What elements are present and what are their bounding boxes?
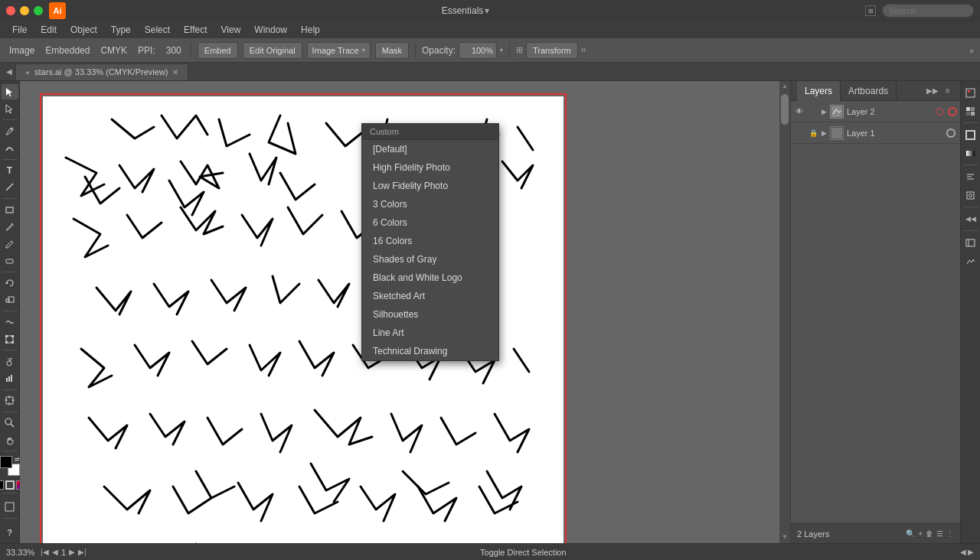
change-screen-mode[interactable] [2,500,18,515]
pen-tool[interactable] [2,123,18,138]
rotate-tool[interactable] [2,275,18,291]
align-icon[interactable] [962,168,979,185]
dropdown-item-9[interactable]: Silhouettes [362,305,498,324]
menu-select[interactable]: Select [139,23,176,37]
dropdown-item-5[interactable]: 16 Colors [362,232,498,250]
next-page-btn[interactable]: ▶ [69,548,75,556]
traffic-lights[interactable] [6,6,43,15]
image-trace-dropdown[interactable]: Image Trace ▾ [307,42,371,59]
gradient-panel-icon[interactable] [962,145,979,161]
line-tool[interactable] [2,180,18,195]
panel-more-icon[interactable]: ⋮ [946,529,954,538]
direct-selection-tool[interactable] [2,101,18,116]
panel-options-icon[interactable]: ≡ [942,85,954,97]
toolbar-right-arrow[interactable]: « [969,45,974,56]
paintbrush-tool[interactable] [2,219,18,234]
arrange-icon[interactable]: ⊞ [865,5,876,16]
panel-options-btn[interactable]: ☰ [936,529,943,538]
scroll-right-btn[interactable]: ▶ [968,548,974,556]
zoom-tool[interactable] [2,415,18,431]
dropdown-item-8[interactable]: Sketched Art [362,287,498,305]
last-page-btn[interactable]: ▶| [78,548,87,556]
layer-row-1[interactable]: ○ 🔒 ▶ Layer 1 [791,122,960,144]
tab-close-icon[interactable]: ✕ [172,68,178,77]
fill-box[interactable] [0,480,4,490]
menu-edit[interactable]: Edit [34,23,63,37]
menu-view[interactable]: View [215,23,247,37]
panel-forward-icon[interactable]: ▶▶ [926,85,939,97]
transform-icon[interactable]: ⌗ [581,45,586,55]
mask-button[interactable]: Mask [375,42,409,59]
layer-row-2[interactable]: 👁 ▶ Layer 2 [791,101,960,122]
document-tab[interactable]: ● stars.ai @ 33.33% (CMYK/Preview) ✕ [15,63,188,80]
question-btn[interactable]: ? [2,525,18,540]
hand-tool[interactable] [2,432,18,448]
swatches-icon[interactable] [962,103,979,119]
transform-panel-icon[interactable] [962,187,979,203]
color-guide-icon[interactable] [962,84,979,101]
dropdown-item-6[interactable]: Shades of Gray [362,250,498,269]
minimize-button[interactable] [20,6,29,15]
opacity-arrow[interactable]: ▾ [500,47,503,54]
delete-layer-icon[interactable]: 🗑 [926,529,933,538]
image-trace-panel-icon[interactable] [962,252,979,269]
libraries-icon[interactable] [962,234,979,251]
menu-file[interactable]: File [6,23,33,37]
menu-type[interactable]: Type [105,23,137,37]
dropdown-item-7[interactable]: Black and White Logo [362,269,498,287]
warp-tool[interactable] [2,314,18,330]
tab-collapse-icon[interactable]: ◀ [6,67,12,76]
prev-page-btn[interactable]: ◀ [52,548,58,556]
expand-rsb-icon[interactable]: ◀◀ [962,210,979,227]
menu-window[interactable]: Window [248,23,293,37]
tab-layers[interactable]: Layers [797,81,841,101]
dropdown-item-3[interactable]: 3 Colors [362,195,498,213]
column-graph-tool[interactable] [2,371,18,386]
scale-tool[interactable] [2,292,18,308]
layer1-eye-placeholder[interactable]: ○ [794,129,805,137]
arrange-workspace-icon[interactable]: ⊞ [516,45,523,55]
layer1-lock-icon[interactable]: 🔒 [808,129,818,137]
embed-button[interactable]: Embed [198,42,238,59]
menu-object[interactable]: Object [64,23,103,37]
canvas-area[interactable]: Custom [Default]High Fidelity PhotoLow F… [20,81,790,543]
rect-tool[interactable] [2,202,18,217]
tab-artboards[interactable]: Artboards [841,81,897,101]
opacity-input[interactable] [459,42,497,59]
new-layer-icon[interactable]: + [918,529,923,538]
search-input[interactable] [882,4,974,18]
curvature-tool[interactable] [2,141,18,156]
transform-button[interactable]: Transform [526,42,578,59]
vertical-scrollbar[interactable]: ▲ ▼ [779,81,790,543]
scroll-up-arrow[interactable]: ▲ [780,81,789,91]
swap-colors-icon[interactable]: ⇌ [15,456,20,463]
close-button[interactable] [6,6,15,15]
free-transform-tool[interactable] [2,331,18,347]
layer2-eye-icon[interactable]: 👁 [794,107,805,116]
dropdown-item-11[interactable]: Technical Drawing [362,342,498,360]
scroll-thumb[interactable] [781,94,789,125]
workspace-arrow[interactable]: ▾ [485,5,489,16]
dropdown-item-0[interactable]: [Default] [362,140,498,158]
artboard-tool[interactable] [2,393,18,409]
selection-tool[interactable] [2,84,18,99]
scroll-down-arrow[interactable]: ▼ [780,532,789,542]
dropdown-item-4[interactable]: 6 Colors [362,213,498,232]
layer1-expand-icon[interactable]: ▶ [822,129,827,137]
maximize-button[interactable] [34,6,43,15]
layer2-expand-icon[interactable]: ▶ [822,108,827,116]
eraser-tool[interactable] [2,253,18,269]
first-page-btn[interactable]: |◀ [41,548,49,556]
type-tool[interactable]: T [2,163,18,178]
edit-original-button[interactable]: Edit Original [243,42,302,59]
dropdown-item-1[interactable]: High Fidelity Photo [362,158,498,177]
search-layer-icon[interactable]: 🔍 [906,529,915,538]
menu-help[interactable]: Help [295,23,326,37]
stroke-box[interactable] [5,480,15,490]
symbol-sprayer-tool[interactable] [2,353,18,369]
dropdown-item-10[interactable]: Line Art [362,324,498,342]
pencil-tool[interactable] [2,236,18,251]
fg-color[interactable] [0,456,12,468]
dropdown-item-2[interactable]: Low Fidelity Photo [362,177,498,195]
menu-effect[interactable]: Effect [178,23,213,37]
